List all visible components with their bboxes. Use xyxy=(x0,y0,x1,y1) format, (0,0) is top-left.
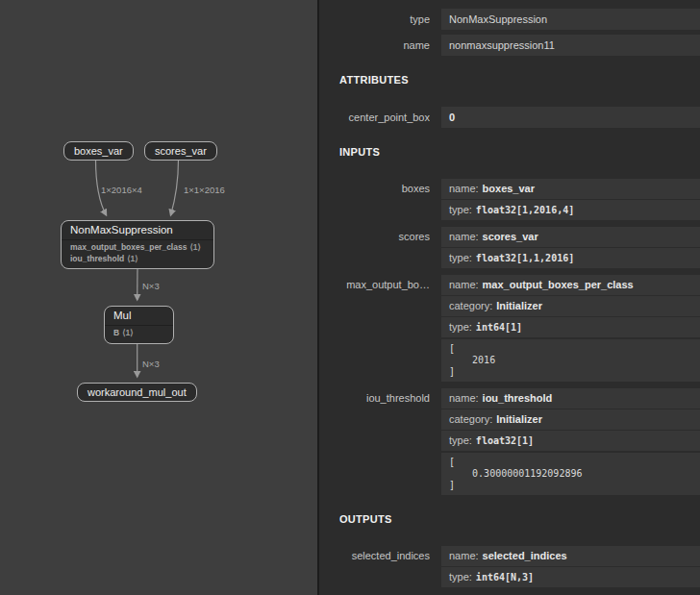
property-label: type xyxy=(319,9,430,30)
field-value: scores_var xyxy=(483,231,538,242)
field-name: name:max_output_boxes_per_class xyxy=(441,275,700,295)
node-attribute: iou_threshold⟨1⟩ xyxy=(70,254,205,265)
outputs-section-header: OUTPUTS xyxy=(339,513,700,526)
field-category: category:Initializer xyxy=(441,296,700,316)
graph-canvas[interactable]: boxes_var scores_var 1×2016×4 1×1×2016 N… xyxy=(0,0,317,595)
attribute-row-center-point-box: center_point_box 0 xyxy=(319,107,700,128)
name-value: nonmaxsuppression11 xyxy=(441,35,700,56)
input-group-max-output-boxes: max_output_bo… name:max_output_boxes_per… xyxy=(319,275,700,382)
edge-label-scores-to-nms: 1×1×2016 xyxy=(184,185,225,195)
graph-node-mul[interactable]: Mul B⟨1⟩ xyxy=(104,306,174,344)
property-row-name: name nonmaxsuppression11 xyxy=(319,35,700,56)
edge-label-mul-to-out: N×3 xyxy=(142,359,160,369)
attr-dim: ⟨1⟩ xyxy=(189,242,200,252)
field-type: type:int64[1] xyxy=(441,317,700,337)
node-attribute-list: B⟨1⟩ xyxy=(105,326,173,343)
attr-name: B xyxy=(113,328,119,337)
field-key: type: xyxy=(449,204,472,215)
field-category: category:Initializer xyxy=(441,409,700,430)
output-group-selected-indices: selected_indices name:selected_indices t… xyxy=(319,546,700,587)
node-attribute: B⟨1⟩ xyxy=(113,328,164,339)
field-name: name:boxes_var xyxy=(441,179,700,199)
node-title: NonMaxSuppression xyxy=(62,221,213,240)
input-group-scores: scores name:scores_var type:float32[1,1,… xyxy=(319,227,700,268)
inputs-section-header: INPUTS xyxy=(339,146,700,159)
input-label: iou_threshold xyxy=(319,388,430,495)
tensor-value-expander[interactable]: [ 2016 ] xyxy=(441,339,700,382)
field-value: Initializer xyxy=(496,413,542,425)
edge-label-nms-to-mul: N×3 xyxy=(142,281,160,291)
graph-node-nonmaxsuppression[interactable]: NonMaxSuppression max_output_boxes_per_c… xyxy=(61,220,214,269)
field-value: max_output_boxes_per_class xyxy=(483,279,634,290)
field-value: float32[1,2016,4] xyxy=(476,205,574,215)
field-key: name: xyxy=(449,550,479,561)
field-key: category: xyxy=(449,300,492,311)
field-key: name: xyxy=(449,392,479,404)
graph-node-scores-var[interactable]: scores_var xyxy=(144,141,217,161)
field-key: category: xyxy=(449,413,492,425)
attr-dim: ⟨1⟩ xyxy=(122,328,133,337)
graph-node-boxes-var[interactable]: boxes_var xyxy=(63,141,134,161)
property-row-type: type NonMaxSuppression xyxy=(319,9,700,30)
field-type: type:float32[1,1,2016] xyxy=(441,248,700,268)
field-key: type: xyxy=(449,321,472,333)
field-key: type: xyxy=(449,252,472,263)
field-value: Initializer xyxy=(496,300,542,311)
field-key: name: xyxy=(449,183,479,194)
properties-sidebar[interactable]: type NonMaxSuppression name nonmaxsuppre… xyxy=(319,0,700,595)
field-key: name: xyxy=(449,279,479,290)
field-name: name:iou_threshold xyxy=(441,388,700,409)
input-label: scores xyxy=(319,227,430,268)
attr-dim: ⟨1⟩ xyxy=(127,254,138,263)
field-type: type:int64[N,3] xyxy=(441,567,700,587)
property-label: name xyxy=(319,35,430,56)
type-value: NonMaxSuppression xyxy=(441,9,700,30)
field-name: name:scores_var xyxy=(441,227,700,247)
field-value: selected_indices xyxy=(483,550,567,561)
node-attribute: max_output_boxes_per_class⟨1⟩ xyxy=(70,242,205,254)
field-value: int64[N,3] xyxy=(476,572,534,583)
input-label: max_output_bo… xyxy=(319,275,430,382)
field-key: name: xyxy=(449,231,479,242)
attributes-section-header: ATTRIBUTES xyxy=(339,74,700,87)
field-value: iou_threshold xyxy=(483,392,553,404)
field-key: type: xyxy=(449,434,472,446)
graph-edges xyxy=(0,0,317,595)
field-value: int64[1] xyxy=(476,322,522,333)
field-value: float32[1,1,2016] xyxy=(476,253,574,263)
field-value: float32[1] xyxy=(476,435,534,446)
graph-node-workaround-mul-out[interactable]: workaround_mul_out xyxy=(77,383,197,402)
field-name: name:selected_indices xyxy=(441,546,700,566)
input-group-iou-threshold: iou_threshold name:iou_threshold categor… xyxy=(319,388,700,495)
attr-name: iou_threshold xyxy=(70,254,124,263)
edge-label-boxes-to-nms: 1×2016×4 xyxy=(101,185,142,195)
node-title: Mul xyxy=(105,307,173,326)
field-type: type:float32[1] xyxy=(441,431,700,451)
node-attribute-list: max_output_boxes_per_class⟨1⟩ iou_thresh… xyxy=(62,240,213,268)
field-type: type:float32[1,2016,4] xyxy=(441,200,700,220)
field-key: type: xyxy=(449,571,472,583)
input-group-boxes: boxes name:boxes_var type:float32[1,2016… xyxy=(319,179,700,220)
input-label: boxes xyxy=(319,179,430,220)
attribute-label: center_point_box xyxy=(319,107,430,128)
tensor-value-expander[interactable]: [ 0.30000001192092896 ] xyxy=(441,453,700,495)
output-label: selected_indices xyxy=(319,546,430,587)
attr-name: max_output_boxes_per_class xyxy=(70,242,187,252)
center-point-box-value: 0 xyxy=(441,107,700,128)
field-value: boxes_var xyxy=(483,183,535,194)
